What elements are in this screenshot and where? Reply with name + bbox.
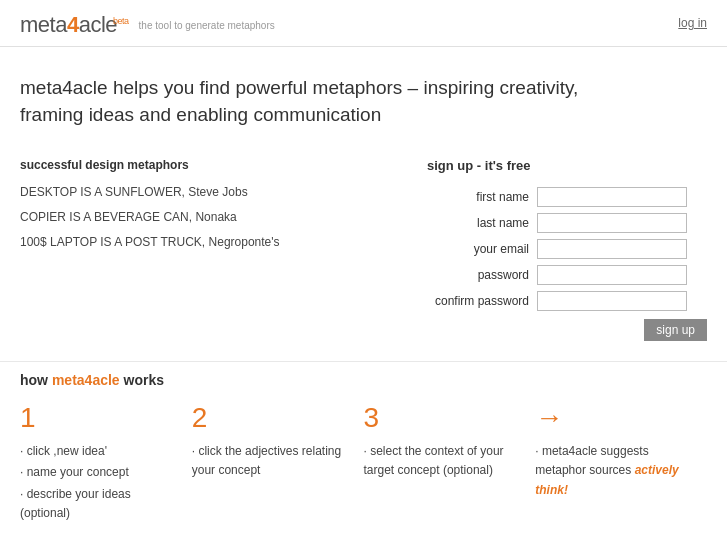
signup-button[interactable]: sign up [644,319,707,341]
step-3-items: select the context of your target concep… [364,442,520,480]
step-3: 3 select the context of your target conc… [364,404,536,525]
header: meta4aclebeta the tool to generate metap… [0,0,727,47]
step-arrow: → meta4acle suggests metaphor sources ac… [535,404,707,525]
step-1: 1 click ,new idea' name your concept des… [20,404,192,525]
list-item: describe your ideas (optional) [20,485,176,523]
list-item: DESKTOP IS A SUNFLOWER, Steve Jobs [20,184,397,201]
steps-row: 1 click ,new idea' name your concept des… [20,404,707,525]
list-item: click ,new idea' [20,442,176,461]
list-item: name your concept [20,463,176,482]
left-section: successful design metaphors DESKTOP IS A… [20,158,397,341]
step-arrow-items: meta4acle suggests metaphor sources acti… [535,442,691,500]
label-password: password [427,268,537,282]
logo: meta4aclebeta [20,12,129,38]
metaphor-list: DESKTOP IS A SUNFLOWER, Steve Jobs COPIE… [20,184,397,250]
logo-area: meta4aclebeta the tool to generate metap… [20,12,275,38]
list-item: click the adjectives relating your conce… [192,442,348,480]
how-title: how meta4acle works [20,372,707,388]
input-email[interactable] [537,239,687,259]
form-row-confirm: confirm password [427,291,707,311]
list-item: select the context of your target concep… [364,442,520,480]
list-item: COPIER IS A BEVERAGE CAN, Nonaka [20,209,397,226]
arrow-icon: → [535,404,691,432]
how-title-post: works [120,372,164,388]
list-item: meta4acle suggests metaphor sources acti… [535,442,691,500]
logo-tagline: the tool to generate metaphors [139,20,275,31]
hero-title: meta4acle helps you find powerful metaph… [20,75,600,128]
form-row-password: password [427,265,707,285]
how-section: how meta4acle works 1 click ,new idea' n… [0,361,727,545]
form-row-email: your email [427,239,707,259]
step-1-number: 1 [20,404,176,432]
login-link[interactable]: log in [678,16,707,30]
beta-badge: beta [113,16,129,26]
form-row-firstname: first name [427,187,707,207]
step-1-items: click ,new idea' name your concept descr… [20,442,176,523]
label-firstname: first name [427,190,537,204]
input-password[interactable] [537,265,687,285]
list-item: 100$ LAPTOP IS A POST TRUCK, Negroponte'… [20,234,397,251]
input-confirm[interactable] [537,291,687,311]
signup-section: sign up - it's free first name last name… [427,158,707,341]
label-lastname: last name [427,216,537,230]
step-2-items: click the adjectives relating your conce… [192,442,348,480]
input-lastname[interactable] [537,213,687,233]
label-email: your email [427,242,537,256]
form-row-lastname: last name [427,213,707,233]
label-confirm: confirm password [427,294,537,308]
how-title-pre: how [20,372,52,388]
signup-title: sign up - it's free [427,158,707,173]
logo-pre: meta [20,12,67,37]
step-2: 2 click the adjectives relating your con… [192,404,364,525]
metaphors-title: successful design metaphors [20,158,397,172]
how-brand-post: acle [92,372,119,388]
logo-post: acle [79,12,117,37]
input-firstname[interactable] [537,187,687,207]
logo-number: 4 [67,12,79,37]
signup-btn-row: sign up [427,319,707,341]
hero-section: meta4acle helps you find powerful metaph… [0,47,727,148]
how-brand-pre: meta [52,372,85,388]
page-wrapper: meta4aclebeta the tool to generate metap… [0,0,727,545]
main-content: successful design metaphors DESKTOP IS A… [0,148,727,361]
step-3-number: 3 [364,404,520,432]
step-2-number: 2 [192,404,348,432]
